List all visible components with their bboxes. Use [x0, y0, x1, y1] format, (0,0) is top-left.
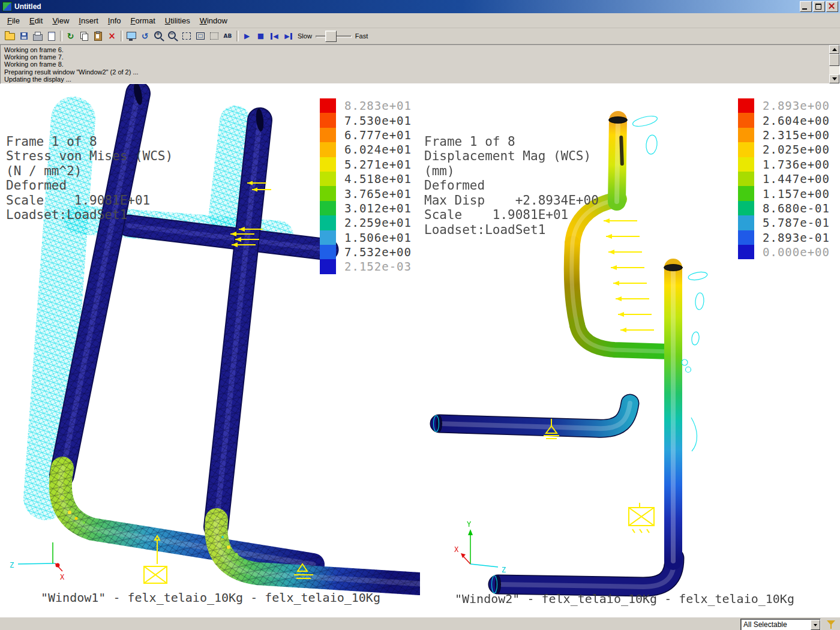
selection-filter-icon[interactable]	[826, 619, 836, 630]
refit-button[interactable]	[193, 30, 207, 42]
zoom-window-icon	[182, 32, 191, 40]
legend-value: 2.893e-01	[763, 231, 830, 244]
combo-dropdown-button[interactable]	[811, 620, 820, 630]
legend-value: 1.447e+00	[763, 172, 830, 185]
save-button[interactable]	[17, 30, 31, 42]
message-line: Updating the display ...	[4, 76, 826, 83]
zoom-window-button[interactable]	[179, 30, 193, 42]
legend-value: 7.532e+00	[344, 245, 412, 259]
legend-row: 3.012e+01	[320, 201, 412, 215]
select-box-icon	[210, 32, 218, 40]
model-labels-button[interactable]: AB	[221, 30, 235, 42]
step-back-button[interactable]: ◀	[268, 30, 281, 42]
legend-value: 2.152e-03	[344, 260, 412, 273]
labels-ab-icon: AB	[224, 33, 232, 39]
delete-button[interactable]: ×	[105, 30, 119, 42]
select-box-button[interactable]	[207, 30, 221, 42]
message-line: Working on frame 8.	[4, 61, 826, 68]
legend-color-patch	[320, 259, 336, 274]
window1-header: Frame 1 of 8Stress von Mises (WCS)(N / m…	[6, 90, 173, 223]
message-line: Working on frame 6.	[4, 46, 826, 53]
graphics-area: Z X	[0, 84, 840, 617]
zoom-out-button[interactable]	[166, 30, 179, 42]
legend-color-patch	[320, 186, 336, 200]
window1-caption: "Window1" - felx_telaio_10Kg - felx_tela…	[41, 590, 380, 605]
legend-row: 2.893e-01	[738, 230, 830, 245]
header-line: Deformed	[424, 178, 599, 193]
legend-color-patch	[738, 113, 754, 127]
header-line: Max Disp +2.8934E+00	[424, 193, 599, 208]
monitor-icon	[127, 32, 136, 39]
toolbar-separator	[235, 30, 240, 42]
legend-color-patch	[738, 128, 754, 142]
header-line: Displacement Mag (WCS)	[424, 149, 599, 164]
repaint-button[interactable]	[124, 30, 138, 42]
axis-label-y: Y	[467, 520, 472, 529]
legend-color-patch	[320, 230, 336, 245]
print-preview-button[interactable]	[44, 30, 58, 42]
legend-color-patch	[320, 128, 336, 142]
menu-item-file[interactable]: File	[2, 14, 25, 27]
app-icon	[2, 2, 12, 11]
slow-label: Slow	[298, 32, 312, 40]
legend-row: 3.765e+01	[320, 186, 412, 200]
header-line: Frame 1 of 8	[424, 134, 599, 149]
scrollbar-thumb[interactable]	[829, 54, 839, 66]
header-line: Scale 1.9081E+01	[424, 208, 599, 223]
legend-value: 2.025e+00	[763, 143, 830, 156]
speed-slider[interactable]	[314, 30, 353, 42]
regenerate-icon: ↻	[67, 32, 74, 40]
print-button[interactable]	[31, 30, 44, 42]
paste-button[interactable]	[91, 30, 105, 42]
separator	[60, 31, 62, 41]
spin-button[interactable]: ↺	[138, 30, 152, 42]
scroll-up-button[interactable]	[829, 45, 839, 54]
header-line: Deformed	[6, 178, 173, 193]
minimize-button[interactable]	[800, 1, 812, 12]
status-bar: All Selectable	[0, 617, 840, 630]
toolbar-separator	[119, 30, 124, 42]
window-title: Untitled	[14, 2, 799, 11]
legend-row: 2.604e+00	[738, 113, 830, 127]
copy-button[interactable]	[77, 30, 91, 42]
arrow-up-icon	[832, 46, 837, 51]
legend-color-patch	[320, 215, 336, 230]
message-line: Working on frame 7.	[4, 53, 826, 61]
legend-color-patch	[738, 230, 754, 245]
stop-button[interactable]: ■	[254, 30, 268, 42]
scroll-down-button[interactable]	[829, 74, 839, 83]
menu-item-format[interactable]: Format	[126, 14, 160, 27]
separator	[121, 31, 123, 41]
legend-row: 6.024e+01	[320, 142, 412, 157]
legend-value: 3.765e+01	[344, 187, 412, 200]
legend-row: 2.315e+00	[738, 128, 830, 142]
selection-filter-select[interactable]: All Selectable	[740, 619, 821, 630]
legend-value: 1.506e+01	[344, 231, 412, 244]
page-icon	[48, 32, 55, 41]
legend-row: 7.530e+01	[320, 113, 412, 127]
menu-item-utilities[interactable]: Utilities	[160, 14, 195, 27]
legend-row: 5.787e-01	[738, 215, 830, 230]
spin-arrow-icon: ↺	[142, 32, 149, 40]
open-button[interactable]	[3, 30, 17, 42]
menu-item-info[interactable]: Info	[103, 14, 126, 27]
message-scrollbar[interactable]	[829, 45, 839, 83]
csys-window2	[461, 529, 498, 567]
regenerate-button[interactable]: ↻	[64, 30, 77, 42]
menu-item-edit[interactable]: Edit	[25, 14, 47, 27]
maximize-button[interactable]	[813, 1, 825, 12]
menu-item-insert[interactable]: Insert	[74, 14, 103, 27]
axis-label-x: X	[60, 573, 65, 581]
step-forward-button[interactable]: ▶	[281, 30, 295, 42]
slider-thumb[interactable]	[325, 31, 337, 42]
header-line: Stress von Mises (WCS)	[6, 149, 173, 164]
menu-item-view[interactable]: View	[47, 14, 74, 27]
fast-label: Fast	[355, 32, 368, 40]
legend-row: 1.506e+01	[320, 230, 412, 245]
legend-color-patch	[738, 186, 754, 200]
play-button[interactable]: ▶	[240, 30, 254, 42]
zoom-in-button[interactable]	[152, 30, 166, 42]
close-button[interactable]	[826, 1, 838, 12]
menu-item-window[interactable]: Window	[195, 14, 232, 27]
axis-label-z: Z	[10, 561, 14, 569]
